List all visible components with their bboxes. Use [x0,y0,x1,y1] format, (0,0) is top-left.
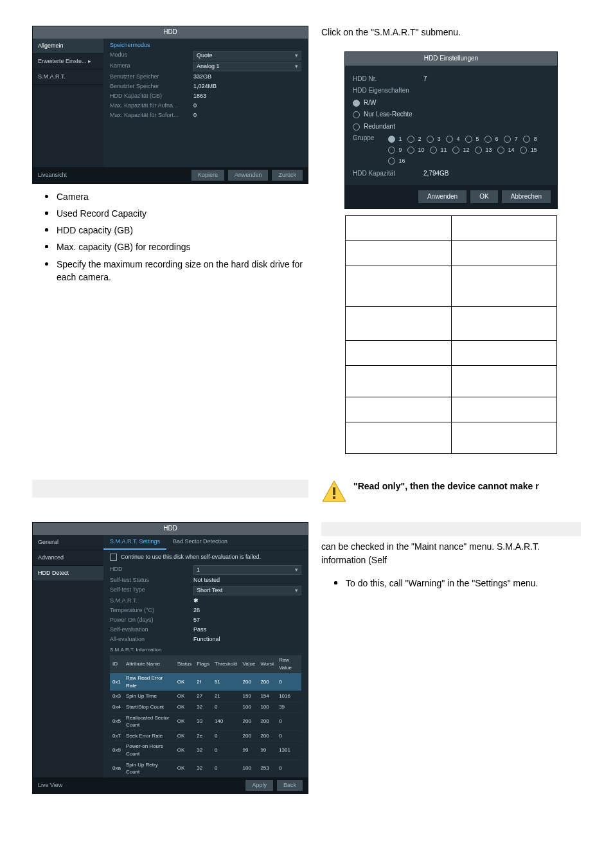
dialog-title: HDD Einstellungen [345,52,557,66]
sidebar-item-hdd-detect[interactable]: HDD Detect [33,566,103,581]
svg-rect-2 [333,496,335,499]
value[interactable]: 1 [193,565,301,575]
radio-redundant[interactable]: Redundant [353,122,549,132]
group-radio-15[interactable]: 15 [520,146,537,154]
dialog-cancel-button[interactable]: Abbrechen [502,190,551,204]
smart-table: IDAttribute NameStatusFlagsThresholdValu… [110,655,301,777]
group-radio-2[interactable]: 2 [407,135,422,143]
label: Temperature (°C) [110,606,193,615]
radio-icon [407,147,414,154]
radio-icon [388,136,395,143]
apply-button[interactable]: Apply [245,780,273,791]
group-radio-13[interactable]: 13 [475,146,492,154]
group-radio-10[interactable]: 10 [407,146,425,154]
radio-readonly[interactable]: Nur Lese-Rechte [353,110,549,120]
liveview-link[interactable]: Liveansicht [38,171,67,179]
label: Self-evaluation [110,626,193,634]
dialog-ok-button[interactable]: OK [470,190,497,204]
radio-icon [523,136,530,143]
smart-info-label: S.M.A.R.T. Information [110,646,301,654]
value: 28 [193,606,301,615]
hdd-capacity-value: 2,794GB [423,169,549,179]
table-row[interactable]: 0x5Reallocated Sector CountOK33140200200… [110,712,301,730]
back-button[interactable]: Back [277,780,303,791]
warning-icon [321,480,347,503]
col-header: Threshold [212,655,240,673]
tab-smart-settings[interactable]: S.M.A.R.T. Settings [103,535,166,550]
apply-button[interactable]: Anwenden [228,170,269,181]
bullet: Specify the maximum recording size on th… [45,258,308,284]
value: Pass [193,626,301,634]
table-row[interactable]: 0x1Raw Read Error RateOK2f512002000 [110,673,301,691]
group-radio-1[interactable]: 1 [388,135,402,143]
group-radio-12[interactable]: 12 [452,146,470,154]
hdd-props-label: HDD Eigenschaften [353,86,409,96]
label-hdd-cap: HDD Kapazität (GB) [110,92,193,100]
radio-icon [407,136,414,143]
sidebar: Allgemein Erweiterte Einste... ▸ S.M.A.R… [33,39,103,167]
radio-icon [353,111,360,118]
warning-note: "Read only", then the device cannot make… [321,480,581,503]
value-used-rec: 332GB [193,73,301,81]
value: Not tested [193,576,301,584]
checkbox-label: Continue to use this disk when self-eval… [121,553,261,561]
value[interactable]: Short Test [193,586,301,595]
copy-button[interactable]: Kopiere [191,170,224,181]
group-radio-8[interactable]: 8 [523,135,537,143]
group-radio-9[interactable]: 9 [388,146,402,154]
radio-icon [427,136,434,143]
table-row[interactable]: 0xaSpin Up Retry CountOK3201002530 [110,759,301,777]
sidebar-item-allgemein[interactable]: Allgemein [33,39,103,54]
table-row[interactable]: 0x3Spin Up TimeOK27211591541016 [110,691,301,702]
group-radio-7[interactable]: 7 [504,135,518,143]
label-used-rec: Benutzter Speicher [110,73,193,81]
radio-rw[interactable]: R/W [353,98,549,108]
select-modus[interactable]: Quote [193,51,301,60]
radio-icon [388,147,395,154]
value-max-sofort: 0 [193,111,301,120]
continue-checkbox-row[interactable]: Continue to use this disk when self-eval… [103,550,308,564]
table-row[interactable]: 0x9Power-on Hours CountOK32099991381 [110,741,301,759]
radio-icon [430,147,437,154]
hdd-nr-label: HDD Nr. [353,75,423,84]
radio-icon [452,147,459,154]
label: HDD [110,565,193,575]
label: All-evaluation [110,635,193,644]
table-row[interactable]: 0x4Start/Stop CountOK32010010039 [110,701,301,712]
bullet-list-2: To do this, call "Warning" in the "Setti… [334,577,581,590]
col-header: Status [175,655,195,673]
group-radio-4[interactable]: 4 [446,135,460,143]
tab-bad-sector[interactable]: Bad Sector Detection [166,535,234,550]
select-kamera[interactable]: Analog 1 [193,62,301,71]
dialog-apply-button[interactable]: Anwenden [418,190,466,204]
label-max-sofort: Max. Kapazität für Sofort... [110,111,193,120]
bullet: HDD capacity (GB) [45,224,308,237]
value-hdd-cap: 1863 [193,92,301,100]
bullet-list-1: Camera Used Record Capacity HDD capacity… [45,190,308,284]
sidebar-item-smart[interactable]: S.M.A.R.T. [33,69,103,85]
table-row[interactable]: 0x7Seek Error RateOK2e02002000 [110,730,301,741]
sidebar-item-general[interactable]: General [33,535,103,550]
group-radio-5[interactable]: 5 [465,135,479,143]
maint-text: can be checked in the "Maint nance" menu… [321,540,581,566]
col-header: Flags [194,655,212,673]
group-radio-11[interactable]: 11 [430,146,447,154]
group-radio-3[interactable]: 3 [427,135,441,143]
radio-icon [353,123,360,131]
sidebar-item-advanced[interactable]: Advanced [33,550,103,566]
smart-window: HDD General Advanced HDD Detect S.M.A.R.… [32,522,308,793]
liveview-link[interactable]: Live View [38,781,62,790]
svg-rect-1 [333,487,335,495]
radio-icon [497,147,504,154]
content-panel: Speichermodus ModusQuote KameraAnalog 1 … [103,39,308,167]
group-radio-14[interactable]: 14 [497,146,515,154]
label-used-rec2: Benutzter Speicher [110,82,193,91]
group-radio-16[interactable]: 16 [388,157,405,165]
radio-icon [484,136,492,143]
group-radio-6[interactable]: 6 [484,135,499,143]
back-button[interactable]: Zurück [272,170,303,181]
radio-icon [475,147,482,154]
hdd-quota-window: HDD Allgemein Erweiterte Einste... ▸ S.M… [32,26,308,184]
window-title: HDD [33,26,308,39]
sidebar-item-erweitert[interactable]: Erweiterte Einste... ▸ [33,54,103,69]
